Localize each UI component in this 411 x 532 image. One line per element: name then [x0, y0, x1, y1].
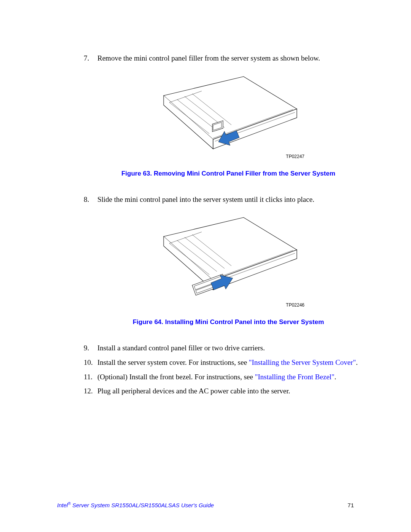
- step-7: 7. Remove the mini control panel filler …: [84, 53, 373, 63]
- figure-64-image: TP02246: [156, 214, 301, 307]
- step-number: 9.: [84, 343, 97, 353]
- step-text: Plug all peripheral devices and the AC p…: [97, 386, 290, 396]
- step-number: 8.: [84, 195, 97, 204]
- figure-tp-label: TP02247: [286, 154, 304, 159]
- step-number: 11.: [84, 372, 97, 382]
- page-number: 71: [347, 502, 354, 508]
- step-11: 11. (Optional) Install the front bezel. …: [84, 372, 373, 382]
- step-text: Install the server system cover. For ins…: [97, 358, 358, 367]
- step-text-suffix: .: [335, 373, 336, 381]
- registered-icon: ®: [68, 502, 70, 506]
- figure-63-image: TP02247: [156, 73, 301, 158]
- step-text: Remove the mini control panel filler fro…: [97, 53, 320, 63]
- page-footer: Intel® Server System SR1550AL/SR1550ALSA…: [57, 502, 354, 508]
- server-illustration-icon: [156, 73, 301, 158]
- footer-brand: Intel: [57, 502, 68, 508]
- step-text: (Optional) Install the front bezel. For …: [97, 372, 336, 382]
- step-9: 9. Install a standard control panel fill…: [84, 343, 373, 353]
- instruction-list: 7. Remove the mini control panel filler …: [84, 53, 373, 63]
- footer-title: Intel® Server System SR1550AL/SR1550ALSA…: [57, 502, 214, 508]
- step-10: 10. Install the server system cover. For…: [84, 358, 373, 367]
- step-text-prefix: (Optional) Install the front bezel. For …: [97, 373, 255, 381]
- step-number: 10.: [84, 358, 97, 367]
- step-text: Slide the mini control panel into the se…: [97, 195, 314, 204]
- step-text-suffix: .: [356, 358, 358, 366]
- instruction-list: 8. Slide the mini control panel into the…: [84, 195, 373, 204]
- step-8: 8. Slide the mini control panel into the…: [84, 195, 373, 204]
- footer-product: Server System SR1550AL/SR1550ALSAS User'…: [71, 502, 214, 508]
- step-text-prefix: Install the server system cover. For ins…: [97, 358, 249, 366]
- step-number: 12.: [84, 386, 97, 396]
- figure-63-caption: Figure 63. Removing Mini Control Panel F…: [84, 170, 373, 177]
- page-content: 7. Remove the mini control panel filler …: [84, 53, 373, 396]
- figure-64-caption: Figure 64. Installing Mini Control Panel…: [84, 318, 373, 326]
- server-illustration-icon: [156, 214, 301, 307]
- instruction-list: 9. Install a standard control panel fill…: [84, 343, 373, 396]
- step-12: 12. Plug all peripheral devices and the …: [84, 386, 373, 396]
- link-install-cover[interactable]: "Installing the Server System Cover": [249, 358, 356, 366]
- step-number: 7.: [84, 53, 97, 63]
- figure-tp-label: TP02246: [286, 302, 304, 308]
- link-install-bezel[interactable]: "Installing the Front Bezel": [255, 373, 335, 381]
- step-text: Install a standard control panel filler …: [97, 343, 265, 353]
